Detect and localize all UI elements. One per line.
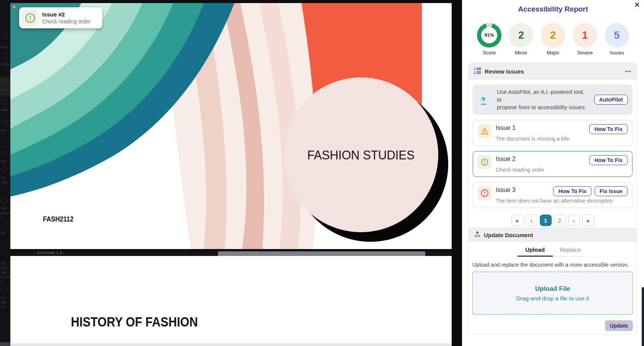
first-page-button[interactable]: « (511, 215, 523, 226)
review-issues-header: 1 2 Review Issues ••• (469, 63, 637, 80)
update-tabs: Upload Replace (469, 246, 637, 257)
issue-description: The document is missing a title (496, 136, 628, 142)
stat-issues: 5 Issues (603, 23, 630, 56)
slide-artwork: FASHION STUDIES FASH2112 (10, 3, 452, 249)
issue-title: Issue 3 (496, 186, 553, 196)
autopilot-button[interactable]: AutoPilot (594, 95, 628, 105)
issue-tooltip: Issue #2 Check reading order (19, 7, 102, 28)
lti-icon (2, 223, 8, 228)
stat-label: Major (547, 50, 559, 56)
lti-icon (2, 167, 8, 173)
sidebar-help-icon[interactable] (0, 342, 10, 346)
how-to-fix-button[interactable]: How To Fix (553, 186, 592, 196)
sidebar-item[interactable]: Yu (1, 296, 10, 300)
prev-page-button[interactable]: ‹ (526, 215, 537, 226)
review-issues-title: Review Issues (485, 68, 524, 75)
stat-severe: 1 Severe (572, 23, 598, 56)
horizontal-scrollbar-thumb[interactable] (218, 251, 425, 256)
issue-title: Issue 1 (496, 124, 589, 134)
issue-marker[interactable] (13, 6, 15, 8)
issue-card-3[interactable]: Issue 3 How To Fix Fix Issue The item do… (473, 182, 633, 208)
sidebar-item[interactable]: Cale (1, 108, 10, 112)
global-nav-sidebar[interactable]: Acco Dash Cou Cale Inb His Yu Fran XAV S… (0, 0, 10, 346)
lti-icon (2, 198, 8, 203)
page-edge-strip (642, 287, 644, 346)
issue-card-2[interactable]: Issue 2 How To Fix Check reading order (473, 151, 633, 177)
courses-icon (2, 79, 7, 84)
sidebar-item[interactable]: His (1, 159, 10, 163)
autopilot-plane-icon: ✈ (477, 92, 493, 107)
screen: Acco Dash Cou Cale Inb His Yu Fran XAV S… (0, 0, 644, 346)
sidebar-item[interactable]: Acco (1, 45, 10, 49)
sidebar-item: Te (1, 305, 10, 309)
sidebar-item[interactable]: Yu (1, 231, 10, 235)
dashboard-icon (2, 54, 7, 59)
sidebar-item[interactable]: Inb (1, 129, 10, 133)
sidebar-item[interactable]: Cou (1, 87, 10, 91)
update-button[interactable]: Update (605, 320, 633, 331)
issue-title: Issue 2 (496, 155, 589, 165)
tab-upload[interactable]: Upload (518, 246, 553, 257)
history-icon (2, 151, 8, 157)
calendar-icon (2, 100, 7, 105)
account-icon (2, 33, 8, 39)
tab-replace[interactable]: Replace (553, 246, 588, 257)
sidebar-item[interactable]: XAV (1, 206, 10, 210)
sidebar-item: Fran (1, 180, 10, 184)
inbox-icon (2, 120, 7, 125)
update-document-card: Update Document Upload Replace Upload an… (468, 228, 637, 335)
last-page-button[interactable]: » (582, 215, 594, 226)
major-count-badge: 2 (541, 23, 565, 48)
slide2-title: HISTORY OF FASHION (71, 314, 198, 330)
sidebar-item[interactable]: Dash (1, 62, 10, 66)
tooltip-title: Issue #2 (42, 11, 91, 18)
stat-label: Minor (515, 50, 528, 56)
upload-icon (474, 231, 481, 239)
accessibility-report-panel: ✕ Accessibility Report 91% Score 2 Minor… (462, 0, 644, 346)
fix-issue-button[interactable]: Fix Issue (595, 186, 628, 196)
sidebar-item[interactable]: TE (1, 262, 10, 266)
issue-description: Check reading order (496, 167, 628, 173)
sidebar-item: Glo (1, 300, 10, 304)
slide-2: HISTORY OF FASHION (10, 256, 452, 343)
viewer-panel-gap (452, 0, 462, 346)
issue-description: The item does not have an alternative de… (496, 198, 628, 204)
staging-watermark: STAGING 1.0 (37, 251, 62, 255)
tooltip-text: Issue #2 Check reading order (42, 11, 91, 25)
dropzone-title: Upload File (535, 285, 570, 293)
stat-minor: 2 Minor (508, 23, 534, 56)
slide1-course-code: FASH2112 (43, 215, 74, 223)
score-value: 91% (484, 33, 494, 38)
page-1-button[interactable]: 1 (540, 215, 552, 226)
sidebar-item[interactable]: Yu (1, 175, 10, 179)
lti-icon (2, 287, 8, 293)
page-2-button[interactable]: 2 (554, 215, 566, 226)
panel-title: Accessibility Report (462, 5, 644, 13)
upload-dropzone[interactable]: Upload File Drag-and-drop a file to use … (472, 272, 633, 315)
stat-label: Score (483, 50, 496, 56)
tooltip-subtitle: Check reading order (42, 18, 91, 25)
issue-card-1[interactable]: Issue 1 How To Fix The document is missi… (473, 120, 633, 146)
autopilot-text: Use AutoPilot, an A.I.-powered tool, to … (497, 88, 590, 111)
stat-label: Severe (577, 50, 593, 56)
more-options-icon[interactable]: ••• (625, 69, 631, 74)
update-document-header: Update Document (469, 228, 637, 242)
svg-text:1: 1 (474, 67, 476, 71)
how-to-fix-button[interactable]: How To Fix (589, 155, 628, 165)
warning-triangle-icon (478, 124, 492, 138)
sidebar-item: 1 (1, 280, 10, 284)
how-to-fix-button[interactable]: How To Fix (589, 124, 628, 134)
stat-score: 91% Score (476, 23, 503, 56)
stop-octagon-icon (478, 186, 492, 200)
issue-info-icon (22, 10, 38, 26)
slide-1: FASHION STUDIES FASH2112 (10, 3, 452, 249)
update-description: Upload and replace the document with a m… (472, 262, 633, 268)
stat-major: 2 Major (540, 23, 567, 56)
minor-count-badge: 2 (509, 23, 533, 48)
pagination: « ‹ 1 2 › » (473, 215, 633, 226)
update-document-title: Update Document (484, 232, 533, 238)
sidebar-item: TIO (1, 271, 10, 275)
review-issues-card: 1 2 Review Issues ••• ✈ (468, 63, 637, 231)
issues-count-badge: 5 (605, 23, 629, 48)
next-page-button[interactable]: › (568, 215, 580, 226)
